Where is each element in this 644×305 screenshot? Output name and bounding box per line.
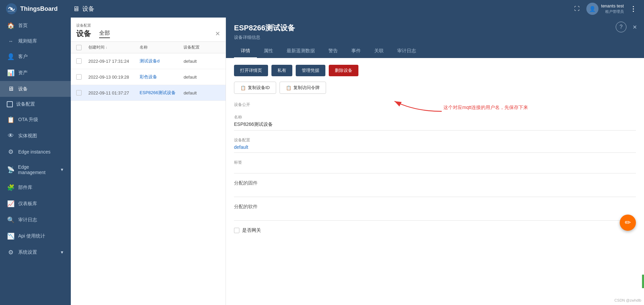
tags-field-label: 标签 <box>234 160 636 165</box>
check-all-checkbox[interactable] <box>76 45 82 50</box>
detail-tabs: 详情 属性 最新遥测数据 警告 事件 关联 审计日志 <box>234 45 636 58</box>
sidebar-label-audit-log: 审计日志 <box>18 217 37 223</box>
delete-device-button[interactable]: 删除设备 <box>329 65 358 76</box>
sidebar-item-widgets[interactable]: 🧩 部件库 <box>0 179 71 196</box>
row-date: 2022-09-11 01:37:27 <box>88 90 140 95</box>
open-detail-page-button[interactable]: 打开详情页 <box>234 65 268 76</box>
page-title: 设备 <box>82 5 94 13</box>
firmware-value <box>234 190 636 197</box>
user-role: 租户管理员 <box>601 9 624 14</box>
header-title: 🖥 设备 <box>73 5 572 13</box>
dashboards-icon: 📈 <box>7 200 15 207</box>
table-header: 创建时间 ↓ 名称 设备配置 <box>71 42 226 53</box>
sidebar-item-assets[interactable]: 📊 资产 <box>0 65 71 81</box>
config-field-label: 设备配置 <box>234 137 636 143</box>
name-field-label: 名称 <box>234 114 636 120</box>
edge-management-chevron: ▼ <box>60 167 64 172</box>
date-sort-icon: ↓ <box>106 46 107 49</box>
field-is-public: 设备公开 <box>234 102 636 108</box>
row-config: default <box>183 75 220 80</box>
logo[interactable]: ThingsBoard <box>5 3 73 15</box>
sidebar-label-customers: 客户 <box>18 54 28 60</box>
green-stripe <box>642 275 644 288</box>
filter-label: 设备配置 <box>76 23 220 28</box>
config-field-value[interactable]: default <box>234 144 636 153</box>
sidebar-item-rules[interactable]: ↔️ 规则链库 <box>0 34 71 49</box>
more-menu-button[interactable]: ⋮ <box>628 3 639 14</box>
sidebar-item-system-settings[interactable]: ⚙ 系统设置 ▼ <box>0 244 71 260</box>
table-row[interactable]: 2022-09-11 01:37:27 ESP8266测试设备 default <box>71 85 226 101</box>
name-field-value: ESP8266测试设备 <box>234 121 636 131</box>
sidebar-label-devices: 设备 <box>18 86 28 92</box>
row-name[interactable]: ESP8266测试设备 <box>140 90 183 96</box>
tab-relations[interactable]: 关联 <box>368 45 390 58</box>
field-tags: 标签 <box>234 160 636 173</box>
row-checkbox[interactable] <box>76 74 82 80</box>
sidebar-item-edge-instances[interactable]: ⚙ Edge instances <box>0 144 71 160</box>
sidebar-label-assets: 资产 <box>18 70 28 76</box>
field-firmware: 分配的固件 <box>234 180 636 197</box>
config-column-header: 设备配置 <box>183 45 220 50</box>
sidebar-item-ota[interactable]: 📋 OTA 升级 <box>0 112 71 128</box>
help-button[interactable]: ? <box>616 22 626 32</box>
tab-telemetry[interactable]: 最新遥测数据 <box>280 45 322 58</box>
table-row[interactable]: 2022-09-13 00:19:28 彩色设备 default <box>71 69 226 85</box>
watermark: CSDN @zwhdlb <box>614 298 641 302</box>
user-name: tenants test <box>601 3 624 9</box>
row-checkbox[interactable] <box>76 90 82 95</box>
date-column-header[interactable]: 创建时间 ↓ <box>88 45 140 50</box>
tab-events[interactable]: 事件 <box>345 45 368 58</box>
copy-id-icon: 📋 <box>240 85 246 90</box>
sidebar-item-entity-view[interactable]: 👁 实体视图 <box>0 128 71 144</box>
home-icon: 🏠 <box>7 22 15 29</box>
page-icon: 🖥 <box>73 5 80 13</box>
device-config-icon <box>7 101 13 107</box>
copy-device-id-button[interactable]: 📋 复制设备ID <box>234 82 276 94</box>
assets-icon: 📊 <box>7 69 15 77</box>
row-date: 2022-09-13 00:19:28 <box>88 75 140 80</box>
is-public-label: 设备公开 <box>234 102 636 108</box>
close-detail-button[interactable]: ✕ <box>629 22 640 32</box>
fullscreen-button[interactable]: ⛶ <box>572 3 582 14</box>
clear-filter-button[interactable]: ✕ <box>215 30 220 37</box>
sidebar-item-edge-management[interactable]: 📡 Edge management ▼ <box>0 160 71 179</box>
row-checkbox[interactable] <box>76 58 82 64</box>
row-name[interactable]: 测试设备d <box>140 58 183 64</box>
is-gateway-checkbox[interactable] <box>234 228 239 233</box>
row-date: 2022-09-17 17:31:24 <box>88 59 140 64</box>
copy-token-icon: 📋 <box>286 85 291 90</box>
detail-header: ESP8266测试设备 设备详细信息 详情 属性 最新遥测数据 警告 事件 关联… <box>226 18 644 58</box>
tab-attributes[interactable]: 属性 <box>257 45 280 58</box>
sidebar-item-device-config[interactable]: 设备配置 <box>0 97 71 112</box>
filter-value: 全部 <box>99 30 110 38</box>
sidebar-item-customers[interactable]: 👤 客户 <box>0 49 71 65</box>
manage-credentials-button[interactable]: 管理凭据 <box>296 65 325 76</box>
copy-access-token-button[interactable]: 📋 复制访问令牌 <box>280 82 326 94</box>
detail-action-bar: ? ✕ <box>616 22 640 32</box>
api-stats-icon: 📉 <box>7 232 15 240</box>
detail-body: 打开详情页 私有 管理凭据 删除设备 📋 复制设备ID 📋 复制访 <box>226 58 644 305</box>
table-row[interactable]: 2022-09-17 17:31:24 测试设备d default <box>71 53 226 69</box>
sidebar-label-edge-management: Edge management <box>18 164 57 175</box>
header-right: ⛶ 👤 tenants test 租户管理员 ⋮ <box>572 3 639 15</box>
sidebar-item-audit-log[interactable]: 🔍 审计日志 <box>0 212 71 228</box>
entity-view-icon: 👁 <box>7 132 15 139</box>
widgets-icon: 🧩 <box>7 184 15 191</box>
sidebar-label-rules: 规则链库 <box>18 38 37 44</box>
sidebar-item-devices[interactable]: 🖥 设备 <box>0 81 71 97</box>
tab-details[interactable]: 详情 <box>234 45 257 58</box>
sidebar-label-entity-view: 实体视图 <box>18 133 37 139</box>
row-name[interactable]: 彩色设备 <box>140 74 183 80</box>
sidebar-item-api-stats[interactable]: 📉 Api 使用统计 <box>0 228 71 244</box>
ota-icon: 📋 <box>7 116 15 123</box>
is-gateway-label: 是否网关 <box>242 227 261 233</box>
sidebar-item-dashboards[interactable]: 📈 仪表板库 <box>0 196 71 212</box>
date-column-label: 创建时间 <box>88 45 105 50</box>
tab-alerts[interactable]: 警告 <box>322 45 345 58</box>
edit-fab-button[interactable]: ✏ <box>620 215 636 231</box>
private-button[interactable]: 私有 <box>271 65 292 76</box>
system-settings-icon: ⚙ <box>7 249 15 256</box>
sidebar-item-home[interactable]: 🏠 首页 <box>0 18 71 34</box>
tags-field-value <box>234 167 636 173</box>
tab-audit[interactable]: 审计日志 <box>390 45 423 58</box>
